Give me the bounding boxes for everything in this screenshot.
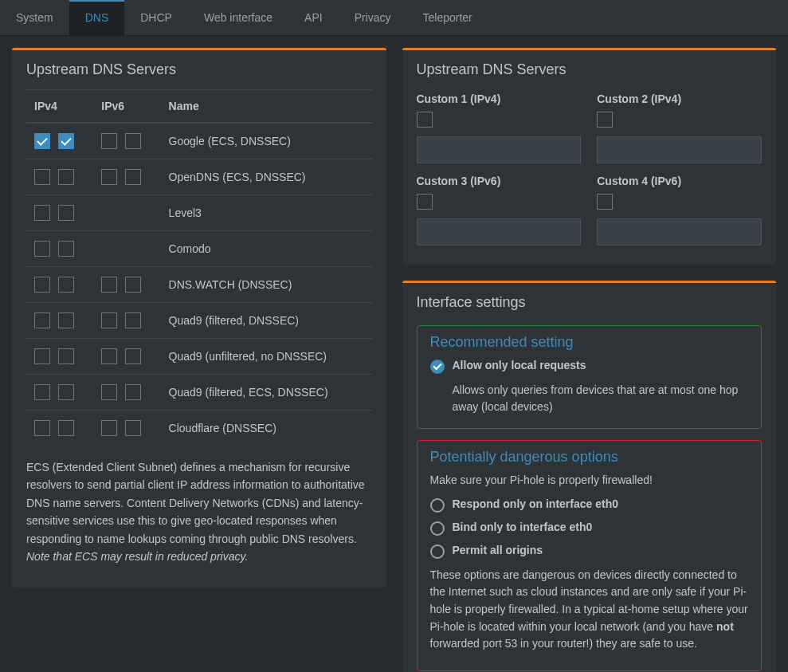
custom-dns-label: Custom 4 (IPv6)	[597, 175, 762, 187]
dns-ipv6-checkbox[interactable]	[125, 169, 141, 185]
interface-settings-card: Interface settings Recommended setting A…	[402, 281, 777, 672]
dangerous-fieldset: Potentially dangerous options Make sure …	[417, 440, 763, 671]
radio-option[interactable]	[430, 544, 445, 559]
custom-dns-item: Custom 3 (IPv6)	[417, 175, 582, 246]
custom-dns-checkbox[interactable]	[597, 194, 613, 210]
fieldset-legend: Recommended setting	[430, 334, 749, 351]
dns-ipv6-checkbox[interactable]	[125, 348, 141, 364]
table-row: DNS.WATCH (DNSSEC)	[26, 267, 372, 303]
dns-ipv6-checkbox[interactable]	[125, 312, 141, 328]
custom-dns-checkbox[interactable]	[597, 112, 613, 128]
dns-ipv4-checkbox[interactable]	[34, 241, 50, 257]
custom-dns-input[interactable]	[597, 218, 762, 246]
dns-ipv4-checkbox[interactable]	[58, 241, 74, 257]
table-row: Quad9 (unfiltered, no DNSSEC)	[26, 339, 372, 375]
th-name: Name	[161, 90, 372, 124]
dns-ipv6-checkbox[interactable]	[125, 420, 141, 436]
radio-label: Bind only to interface eth0	[453, 521, 593, 533]
card-title: Upstream DNS Servers	[12, 50, 386, 89]
tab-dns[interactable]: DNS	[69, 0, 125, 35]
dns-ipv4-checkbox[interactable]	[34, 205, 50, 221]
danger-paragraph: These options are dangerous on devices d…	[430, 567, 749, 653]
dns-ipv4-checkbox[interactable]	[34, 420, 50, 436]
dns-ipv4-checkbox[interactable]	[58, 384, 74, 400]
dns-ipv6-checkbox[interactable]	[101, 169, 117, 185]
custom-dns-label: Custom 1 (IPv4)	[417, 92, 582, 105]
tab-api[interactable]: API	[288, 0, 339, 35]
custom-dns-card: Upstream DNS Servers Custom 1 (IPv4)Cust…	[402, 48, 777, 265]
dns-ipv4-checkbox[interactable]	[58, 348, 74, 364]
dns-provider-name: OpenDNS (ECS, DNSSEC)	[161, 159, 372, 195]
radio-option[interactable]	[430, 521, 445, 536]
dns-ipv4-checkbox[interactable]	[58, 133, 74, 149]
dns-provider-name: Quad9 (filtered, DNSSEC)	[161, 303, 372, 339]
table-row: Google (ECS, DNSSEC)	[26, 123, 372, 159]
dns-ipv4-checkbox[interactable]	[58, 277, 74, 293]
card-title: Interface settings	[402, 283, 777, 322]
custom-dns-input[interactable]	[417, 218, 582, 246]
dns-ipv4-checkbox[interactable]	[58, 169, 74, 185]
dns-ipv6-checkbox[interactable]	[101, 348, 117, 364]
tab-teleporter[interactable]: Teleporter	[407, 0, 488, 35]
custom-dns-item: Custom 1 (IPv4)	[417, 92, 582, 163]
tab-dhcp[interactable]: DHCP	[124, 0, 188, 35]
th-ipv4: IPv4	[26, 90, 93, 124]
table-row: Quad9 (filtered, ECS, DNSSEC)	[26, 375, 372, 411]
recommended-fieldset: Recommended setting Allow only local req…	[417, 325, 763, 429]
dns-provider-name: Comodo	[161, 231, 372, 267]
custom-dns-label: Custom 3 (IPv6)	[417, 175, 582, 187]
fieldset-legend: Potentially dangerous options	[430, 449, 749, 466]
dns-ipv4-checkbox[interactable]	[34, 277, 50, 293]
custom-dns-input[interactable]	[597, 136, 762, 163]
dns-ipv4-checkbox[interactable]	[34, 169, 50, 185]
ecs-note: ECS (Extended Client Subnet) defines a m…	[26, 446, 372, 573]
radio-label: Allow only local requests	[453, 359, 586, 371]
table-row: Quad9 (filtered, DNSSEC)	[26, 303, 372, 339]
dns-ipv6-checkbox[interactable]	[101, 133, 117, 149]
custom-dns-item: Custom 4 (IPv6)	[597, 175, 762, 246]
radio-label: Respond only on interface eth0	[453, 497, 618, 510]
dns-ipv4-checkbox[interactable]	[34, 133, 50, 149]
tab-system[interactable]: System	[0, 0, 69, 35]
dns-ipv6-checkbox[interactable]	[101, 420, 117, 436]
dns-ipv6-checkbox[interactable]	[125, 133, 141, 149]
dns-ipv4-checkbox[interactable]	[58, 312, 74, 328]
table-row: Comodo	[26, 231, 372, 267]
custom-dns-checkbox[interactable]	[417, 112, 433, 128]
dns-provider-name: Level3	[161, 195, 372, 231]
custom-dns-checkbox[interactable]	[417, 194, 433, 210]
dns-ipv4-checkbox[interactable]	[34, 312, 50, 328]
dns-provider-name: Google (ECS, DNSSEC)	[161, 123, 372, 159]
dns-provider-name: DNS.WATCH (DNSSEC)	[161, 267, 372, 303]
dns-ipv6-checkbox[interactable]	[101, 312, 117, 328]
radio-option[interactable]	[430, 498, 445, 513]
custom-dns-label: Custom 2 (IPv4)	[597, 92, 762, 105]
dns-ipv4-checkbox[interactable]	[58, 420, 74, 436]
radio-desc: Allows only queries from devices that ar…	[453, 382, 749, 415]
tab-web-interface[interactable]: Web interface	[188, 0, 288, 35]
dns-ipv6-checkbox[interactable]	[125, 384, 141, 400]
card-title: Upstream DNS Servers	[402, 50, 777, 89]
dns-ipv6-checkbox[interactable]	[101, 277, 117, 293]
upstream-dns-card: Upstream DNS Servers IPv4 IPv6 Name Goog…	[12, 48, 386, 588]
dns-ipv6-checkbox[interactable]	[101, 384, 117, 400]
custom-dns-input[interactable]	[417, 136, 582, 163]
dns-provider-name: Quad9 (unfiltered, no DNSSEC)	[161, 339, 372, 375]
upstream-dns-table: IPv4 IPv6 Name Google (ECS, DNSSEC)OpenD…	[26, 89, 372, 446]
dns-ipv4-checkbox[interactable]	[34, 348, 50, 364]
dns-provider-name: Quad9 (filtered, ECS, DNSSEC)	[161, 375, 372, 411]
table-row: Cloudflare (DNSSEC)	[26, 411, 372, 446]
table-row: OpenDNS (ECS, DNSSEC)	[26, 159, 372, 195]
radio-label: Permit all origins	[453, 544, 543, 556]
dns-provider-name: Cloudflare (DNSSEC)	[161, 411, 372, 446]
firewall-warning: Make sure your Pi-hole is properly firew…	[430, 472, 749, 489]
custom-dns-item: Custom 2 (IPv4)	[597, 92, 762, 163]
dns-ipv6-checkbox[interactable]	[125, 277, 141, 293]
dns-ipv4-checkbox[interactable]	[58, 205, 74, 221]
dns-ipv4-checkbox[interactable]	[34, 384, 50, 400]
tab-privacy[interactable]: Privacy	[339, 0, 407, 35]
th-ipv6: IPv6	[93, 90, 160, 124]
table-row: Level3	[26, 195, 372, 231]
radio-allow-local[interactable]	[430, 360, 445, 374]
